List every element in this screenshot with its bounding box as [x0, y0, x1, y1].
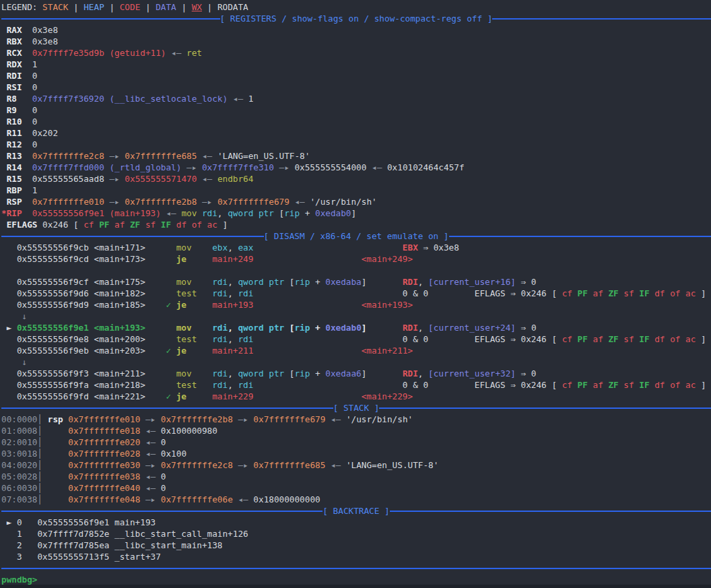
- column-divider: │: [37, 414, 42, 424]
- flag-set: PF: [578, 288, 593, 298]
- register-name: R13: [1, 151, 32, 161]
- stack-address: 0x7fffffffe679: [217, 197, 290, 207]
- mnemonic: endbr64: [217, 174, 253, 184]
- annotation: 0 & 0: [403, 288, 475, 298]
- flag-unset: df: [654, 380, 670, 390]
- operand: rip: [294, 277, 310, 287]
- annotation: EFLAGS ⇒ 0x246 [: [475, 334, 562, 344]
- arrow: ◂—: [325, 460, 346, 470]
- flag-unset: sf: [623, 334, 639, 344]
- backtrace-frame-3: 3 0x5555555713f5 _start+37: [1, 551, 711, 562]
- code-address: 0x55555556f9e1 (main+193): [32, 208, 161, 218]
- register-value: 0x3e8: [32, 36, 58, 46]
- command-prompt-line[interactable]: pwndbg>: [1, 574, 711, 585]
- text: LEGEND:: [1, 2, 42, 12]
- text: [171, 391, 176, 401]
- stack-address: 0x7fffffffe038: [68, 471, 140, 482]
- text: [253, 346, 361, 356]
- string-value: '/usr/bin/sh': [310, 197, 376, 207]
- text: [253, 254, 361, 264]
- annotation: 0 & 0: [403, 334, 475, 344]
- value: 0: [161, 483, 166, 493]
- arrow: —▸: [140, 460, 161, 470]
- operand: rip: [284, 208, 300, 218]
- disasm-line-main-171: 0x55555556f9cb <main+171> mov ebx, eax E…: [1, 242, 711, 253]
- register-name: R15: [1, 174, 32, 184]
- text: [253, 300, 361, 310]
- stack-offset: 07:0038: [1, 494, 37, 504]
- separator-line: [1, 407, 333, 409]
- stack-offset: 02:0010: [1, 437, 37, 447]
- legend-heap: HEAP: [83, 2, 104, 12]
- operand: rip: [294, 323, 310, 333]
- instruction-address: 0x55555556f9fd <main+221>: [1, 391, 166, 401]
- operand: rdi: [212, 323, 228, 333]
- flag-unset: cf: [83, 220, 99, 230]
- frame-number: 0: [17, 517, 38, 527]
- text: ,: [418, 323, 428, 333]
- annotation: ⇒ 0: [516, 277, 537, 287]
- flag-unset: ac: [685, 288, 696, 298]
- bottom-edge: [0, 585, 711, 588]
- current-frame-marker-icon: ►: [1, 517, 17, 527]
- separator-line: [1, 568, 711, 569]
- legend-data: DATA: [156, 2, 176, 12]
- mnemonic: mov: [181, 208, 202, 218]
- text: ,: [418, 368, 428, 379]
- text: +: [300, 208, 315, 218]
- stack-offset: 05:0028: [1, 471, 37, 482]
- flag-unset: af: [114, 220, 130, 230]
- text: ,: [228, 288, 238, 298]
- flag-unset: ac: [685, 334, 696, 344]
- operand: rip: [294, 368, 310, 379]
- text: ,: [217, 208, 228, 218]
- text: [187, 254, 212, 264]
- jump-target: main+229: [212, 391, 253, 401]
- operand: rdi: [202, 208, 217, 218]
- frame-location: 0x7ffff7d7852e __libc_start_call_main+12…: [37, 529, 248, 539]
- backtrace-frame-2: 2 0x7ffff7d785ea __libc_start_main+138: [1, 540, 711, 551]
- stack-address: 0x7fffffffe030: [68, 460, 140, 470]
- register-ref: RDI: [403, 277, 418, 287]
- backtrace-frame-0: ► 0 0x55555556f9e1 main+193: [1, 517, 711, 528]
- flag-set: ZF: [130, 220, 145, 230]
- register-name: EFLAGS: [1, 220, 42, 230]
- arrow: ◂—: [161, 208, 182, 218]
- value: 0x10102464c457f: [387, 162, 465, 172]
- text: [42, 483, 68, 493]
- flag-unset: of: [670, 288, 685, 298]
- registers-header: [ REGISTERS / show-flags on / show-compa…: [1, 13, 711, 24]
- operand: eax: [238, 242, 253, 253]
- stack-offset: 03:0018: [1, 449, 37, 459]
- register-eflags: EFLAGS 0x246 [ cf PF af ZF sf IF df of a…: [1, 219, 711, 230]
- instruction-address: 0x55555556f9d6 <main+182>: [1, 288, 176, 298]
- frame-location: 0x55555556f9e1 main+193: [37, 517, 156, 527]
- stack-address: 0x7fffffffe010: [32, 197, 104, 207]
- register-name: R8: [1, 94, 32, 104]
- text: [42, 437, 68, 447]
- flag-unset: af: [593, 288, 609, 298]
- flag-set: IF: [639, 334, 654, 344]
- separator-line: [390, 511, 711, 512]
- separator-line: [1, 236, 264, 237]
- mnemonic: je: [176, 300, 187, 310]
- register-value: 0: [32, 117, 38, 127]
- flag-unset: of: [192, 220, 207, 230]
- flag-unset: cf: [562, 334, 578, 344]
- stack-offset: 00:0000: [1, 414, 37, 424]
- text: ]: [351, 208, 357, 218]
- register-name: RSP: [1, 197, 32, 207]
- register-r11: R11 0x202: [1, 127, 711, 139]
- separator-line: [1, 18, 220, 20]
- value: 0x100: [161, 449, 187, 459]
- data-offset: 0xedab0: [315, 208, 351, 218]
- flag-unset: sf: [623, 380, 639, 390]
- stack-address: 0x7fffffffe048: [68, 494, 140, 504]
- disasm-line-main-218: 0x55555556f9fa <main+218> test rdi, rdi …: [1, 379, 711, 391]
- stack-address: 0x7fffffffe010: [68, 414, 140, 424]
- arrow: —▸: [181, 162, 202, 172]
- text: [42, 449, 68, 459]
- text: |: [202, 2, 217, 12]
- value: 0x100000980: [161, 426, 217, 436]
- register-value: 0: [32, 82, 38, 92]
